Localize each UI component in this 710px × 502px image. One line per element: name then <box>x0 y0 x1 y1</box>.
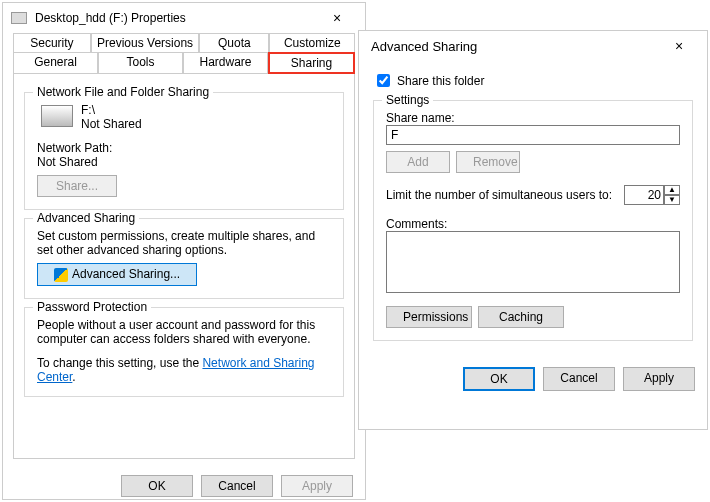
password-protection-title: Password Protection <box>33 300 151 314</box>
drive-icon <box>11 12 27 24</box>
advanced-sharing-button[interactable]: Advanced Sharing... <box>37 263 197 286</box>
tab-tools[interactable]: Tools <box>98 52 183 74</box>
advanced-sharing-group: Advanced Sharing Set custom permissions,… <box>24 218 344 299</box>
advanced-footer: OK Cancel Apply <box>359 359 707 399</box>
apply-button[interactable]: Apply <box>623 367 695 391</box>
spin-up-icon[interactable]: ▲ <box>664 185 680 195</box>
share-name-label: Share name: <box>386 111 680 125</box>
limit-users-label: Limit the number of simultaneous users t… <box>386 188 612 202</box>
advanced-titlebar: Advanced Sharing × <box>359 31 707 61</box>
limit-users-input[interactable] <box>624 185 664 205</box>
limit-users-spinner[interactable]: ▲ ▼ <box>624 185 680 205</box>
properties-dialog: Desktop_hdd (F:) Properties × Security P… <box>2 2 366 500</box>
properties-title: Desktop_hdd (F:) Properties <box>31 11 317 25</box>
comments-textarea[interactable] <box>386 231 680 293</box>
password-protection-group: Password Protection People without a use… <box>24 307 344 397</box>
permissions-button[interactable]: Permissions <box>386 306 472 328</box>
properties-titlebar: Desktop_hdd (F:) Properties × <box>3 3 365 33</box>
share-button[interactable]: Share... <box>37 175 117 197</box>
tab-quota[interactable]: Quota <box>199 33 269 53</box>
advanced-sharing-dialog: Advanced Sharing × Share this folder Set… <box>358 30 708 430</box>
drive-large-icon <box>41 105 73 127</box>
share-folder-checkbox-label[interactable]: Share this folder <box>373 71 693 90</box>
caching-button[interactable]: Caching <box>478 306 564 328</box>
share-status: Not Shared <box>81 117 142 131</box>
network-sharing-title: Network File and Folder Sharing <box>33 85 213 99</box>
share-folder-checkbox[interactable] <box>377 74 390 87</box>
tab-general[interactable]: General <box>13 52 98 74</box>
network-sharing-group: Network File and Folder Sharing F:\ Not … <box>24 92 344 210</box>
add-button[interactable]: Add <box>386 151 450 173</box>
advanced-title: Advanced Sharing <box>367 39 659 54</box>
close-icon[interactable]: × <box>317 10 357 26</box>
cancel-button[interactable]: Cancel <box>543 367 615 391</box>
close-icon[interactable]: × <box>659 38 699 54</box>
network-path-value: Not Shared <box>37 155 331 169</box>
network-path-label: Network Path: <box>37 141 331 155</box>
tab-security[interactable]: Security <box>13 33 91 53</box>
advanced-sharing-title: Advanced Sharing <box>33 211 139 225</box>
tab-sharing[interactable]: Sharing <box>268 52 355 74</box>
tab-customize[interactable]: Customize <box>269 33 355 53</box>
share-path: F:\ <box>81 103 142 117</box>
remove-button[interactable]: Remove <box>456 151 520 173</box>
advanced-sharing-desc: Set custom permissions, create multiple … <box>37 229 331 257</box>
tab-hardware[interactable]: Hardware <box>183 52 268 74</box>
settings-title: Settings <box>382 93 433 107</box>
tab-previous-versions[interactable]: Previous Versions <box>91 33 199 53</box>
sharing-panel: Network File and Folder Sharing F:\ Not … <box>13 73 355 459</box>
ok-button[interactable]: OK <box>463 367 535 391</box>
shield-icon <box>54 268 68 282</box>
properties-footer: OK Cancel Apply <box>3 467 365 502</box>
apply-button[interactable]: Apply <box>281 475 353 497</box>
settings-group: Settings Share name: Add Remove Limit th… <box>373 100 693 341</box>
cancel-button[interactable]: Cancel <box>201 475 273 497</box>
tabs: Security Previous Versions Quota Customi… <box>13 33 355 73</box>
ok-button[interactable]: OK <box>121 475 193 497</box>
spin-down-icon[interactable]: ▼ <box>664 195 680 205</box>
password-protection-link-line: To change this setting, use the Network … <box>37 356 331 384</box>
password-protection-desc: People without a user account and passwo… <box>37 318 331 346</box>
comments-label: Comments: <box>386 217 680 231</box>
share-name-input[interactable] <box>386 125 680 145</box>
